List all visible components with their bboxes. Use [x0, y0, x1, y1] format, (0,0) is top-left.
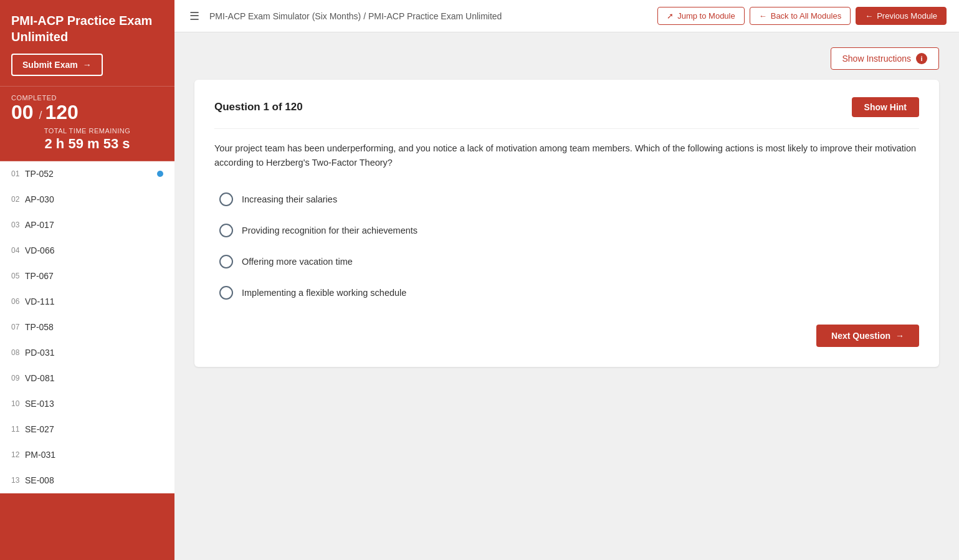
question-item-code: SE-027	[25, 424, 163, 434]
question-item-number: 02	[11, 195, 25, 204]
question-item-number: 08	[11, 348, 25, 357]
question-item-code: AP-017	[25, 220, 163, 230]
nav-buttons: ➚ Jump to Module ← Back to All Modules ←…	[657, 7, 947, 25]
radio-button-b[interactable]	[219, 224, 233, 237]
question-item-number: 06	[11, 297, 25, 306]
question-list-item[interactable]: 07 TP-058	[0, 315, 174, 340]
question-item-code: PM-031	[25, 450, 163, 460]
sidebar: PMI-ACP Practice Exam Unlimited Submit E…	[0, 0, 174, 560]
back-arrow-icon: ←	[759, 11, 767, 21]
question-item-code: SE-013	[25, 399, 163, 409]
breadcrumb: PMI-ACP Exam Simulator (Six Months) / PM…	[209, 11, 650, 21]
question-list-item[interactable]: 12 PM-031	[0, 442, 174, 468]
completed-count: 00 / 120	[11, 102, 163, 123]
sidebar-header: PMI-ACP Practice Exam Unlimited Submit E…	[0, 0, 174, 87]
question-list-item[interactable]: 03 AP-017	[0, 212, 174, 238]
content-area: Show Instructions i Question 1 of 120 Sh…	[174, 32, 959, 560]
question-item-code: TP-052	[25, 169, 157, 179]
question-item-code: VD-111	[25, 297, 163, 306]
question-card: Question 1 of 120 Show Hint Your project…	[194, 80, 939, 367]
next-question-button[interactable]: Next Question →	[816, 325, 919, 347]
answer-option-d[interactable]: Implementing a flexible working schedule	[214, 278, 919, 307]
question-item-code: TP-067	[25, 271, 163, 281]
answer-text-a: Increasing their salaries	[242, 194, 337, 204]
external-link-icon: ➚	[667, 11, 674, 21]
question-item-number: 03	[11, 221, 25, 229]
back-to-modules-label: Back to All Modules	[771, 11, 841, 21]
submit-exam-label: Submit Exam	[22, 60, 78, 70]
question-item-code: VD-081	[25, 373, 163, 383]
question-item-number: 11	[11, 425, 25, 434]
answer-text-b: Providing recognition for their achievem…	[242, 225, 417, 235]
previous-module-label: Previous Module	[877, 11, 937, 21]
show-instructions-label: Show Instructions	[842, 54, 912, 64]
question-item-code: AP-030	[25, 194, 163, 204]
question-list-item[interactable]: 13 SE-008	[0, 468, 174, 493]
question-list-item[interactable]: 01 TP-052	[0, 161, 174, 187]
question-list-item[interactable]: 02 AP-030	[0, 187, 174, 212]
radio-button-a[interactable]	[219, 192, 233, 206]
submit-exam-button[interactable]: Submit Exam →	[11, 54, 103, 76]
question-item-number: 05	[11, 272, 25, 280]
question-item-number: 04	[11, 246, 25, 255]
info-icon: i	[916, 53, 927, 64]
radio-button-d[interactable]	[219, 286, 233, 300]
question-list-item[interactable]: 08 PD-031	[0, 340, 174, 366]
answer-option-c[interactable]: Offering more vacation time	[214, 247, 919, 276]
question-item-number: 01	[11, 169, 25, 178]
top-navigation: ☰ PMI-ACP Exam Simulator (Six Months) / …	[174, 0, 959, 32]
completed-label: Completed	[11, 94, 163, 102]
answer-options: Increasing their salaries Providing reco…	[214, 185, 919, 307]
timer-display: 2 h 59 m 53 s	[11, 136, 163, 152]
show-hint-button[interactable]: Show Hint	[852, 97, 919, 117]
question-item-number: 09	[11, 374, 25, 382]
main-content: ☰ PMI-ACP Exam Simulator (Six Months) / …	[174, 0, 959, 560]
question-item-code: TP-058	[25, 322, 163, 332]
arrow-right-icon: →	[83, 60, 92, 70]
question-item-code: SE-008	[25, 475, 163, 485]
question-list-item[interactable]: 06 VD-111	[0, 289, 174, 315]
next-arrow-icon: →	[895, 331, 904, 341]
question-list: 01 TP-052 02 AP-030 03 AP-017 04 VD-066 …	[0, 161, 174, 560]
answer-option-a[interactable]: Increasing their salaries	[214, 185, 919, 214]
active-indicator	[157, 171, 163, 177]
hamburger-icon[interactable]: ☰	[187, 7, 202, 26]
question-item-number: 07	[11, 323, 25, 331]
question-item-number: 12	[11, 450, 25, 459]
question-item-code: PD-031	[25, 348, 163, 358]
question-number: Question 1 of 120	[214, 101, 303, 113]
left-arrow-icon: ←	[865, 11, 873, 21]
instructions-bar: Show Instructions i	[194, 47, 939, 70]
sidebar-title: PMI-ACP Practice Exam Unlimited	[11, 12, 163, 45]
question-list-item[interactable]: 11 SE-027	[0, 417, 174, 442]
question-footer: Next Question →	[214, 325, 919, 347]
radio-button-c[interactable]	[219, 255, 233, 268]
total-time-label: TOTAL TIME REMAINING	[11, 127, 163, 135]
question-item-number: 13	[11, 476, 25, 485]
answer-option-b[interactable]: Providing recognition for their achievem…	[214, 216, 919, 245]
previous-module-button[interactable]: ← Previous Module	[856, 7, 947, 25]
show-instructions-button[interactable]: Show Instructions i	[831, 47, 940, 70]
question-item-code: VD-066	[25, 245, 163, 255]
back-to-all-modules-button[interactable]: ← Back to All Modules	[750, 7, 851, 25]
jump-to-module-label: Jump to Module	[677, 11, 735, 21]
question-text: Your project team has been underperformi…	[214, 141, 919, 170]
question-list-item[interactable]: 05 TP-067	[0, 263, 174, 289]
answer-text-d: Implementing a flexible working schedule	[242, 288, 406, 298]
question-list-item[interactable]: 04 VD-066	[0, 238, 174, 263]
next-question-label: Next Question	[831, 331, 890, 341]
question-header: Question 1 of 120 Show Hint	[214, 97, 919, 129]
question-list-item[interactable]: 09 VD-081	[0, 366, 174, 391]
jump-to-module-button[interactable]: ➚ Jump to Module	[657, 7, 745, 25]
question-item-number: 10	[11, 399, 25, 408]
answer-text-c: Offering more vacation time	[242, 257, 353, 267]
progress-section: Completed 00 / 120 TOTAL TIME REMAINING …	[0, 87, 174, 161]
question-list-item[interactable]: 10 SE-013	[0, 391, 174, 417]
